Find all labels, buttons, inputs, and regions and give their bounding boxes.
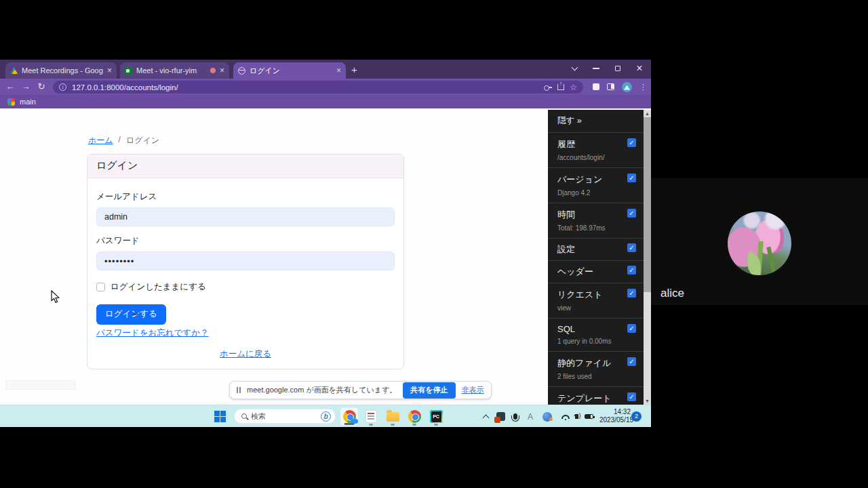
- tab-login-active[interactable]: ログイン ×: [233, 62, 346, 79]
- notepad-icon: [366, 410, 377, 423]
- window-minimize-button[interactable]: [586, 60, 606, 77]
- email-label: メールアドレス: [96, 191, 395, 203]
- debug-hide-button[interactable]: 隠す »: [548, 110, 644, 132]
- panel-checkbox[interactable]: [627, 357, 636, 366]
- page-scrollbar[interactable]: ▲ ▼: [644, 110, 651, 405]
- pause-icon[interactable]: [237, 387, 241, 393]
- django-debug-toolbar: 隠す » 履歴 /accounts/login/ バージョン Django 4.…: [548, 110, 644, 405]
- debug-panel-request[interactable]: リクエスト view: [548, 283, 644, 318]
- screen-share-banner: meet.google.com が画面を共有しています。 共有を停止 非表示: [229, 381, 492, 399]
- remember-label: ログインしたままにする: [111, 281, 206, 293]
- bing-icon: b: [321, 411, 331, 422]
- stop-sharing-button[interactable]: 共有を停止: [403, 382, 455, 399]
- participant-tile[interactable]: alice: [651, 178, 868, 305]
- side-panel-icon[interactable]: [607, 83, 614, 90]
- page-viewport: ホーム / ログイン ログイン メールアドレス admin パスワード ••••…: [0, 108, 651, 405]
- scrollbar-thumb[interactable]: [644, 117, 651, 292]
- taskbar-chrome[interactable]: [406, 407, 423, 426]
- participant-avatar: [728, 211, 791, 275]
- microphone-icon[interactable]: [510, 405, 521, 428]
- speaker-icon[interactable]: [572, 405, 581, 428]
- bookmark-main[interactable]: main: [20, 98, 36, 106]
- clock-time: 14:32: [599, 408, 631, 416]
- panel-checkbox[interactable]: [627, 209, 636, 218]
- tab-close-icon[interactable]: ×: [220, 66, 224, 75]
- panel-checkbox[interactable]: [627, 392, 636, 401]
- profile-avatar[interactable]: [622, 82, 632, 92]
- mouse-cursor: [51, 290, 60, 304]
- password-manager-icon[interactable]: [544, 85, 552, 89]
- address-bar[interactable]: i 127.0.0.1:8000/accounts/login/ ☆: [53, 81, 583, 94]
- tab-meet-recordings[interactable]: Meet Recordings - Google ドライ ×: [5, 62, 117, 79]
- panel-checkbox[interactable]: [627, 243, 636, 252]
- bookmark-star-icon[interactable]: ☆: [570, 83, 577, 92]
- breadcrumb-home-link[interactable]: ホーム: [88, 135, 113, 146]
- chrome-icon: [408, 410, 421, 423]
- tray-overflow-chevron-icon[interactable]: [480, 405, 491, 428]
- back-home-link[interactable]: ホームに戻る: [96, 348, 395, 360]
- debug-panel-templates[interactable]: テンプレート account/login.html: [548, 386, 644, 405]
- globe-icon: [238, 67, 245, 75]
- breadcrumb: ホーム / ログイン: [88, 135, 159, 146]
- scroll-down-icon[interactable]: ▼: [644, 397, 651, 405]
- remember-checkbox[interactable]: [96, 283, 105, 291]
- share-message: meet.google.com が画面を共有しています。: [247, 385, 397, 395]
- extensions-icon[interactable]: [593, 83, 599, 90]
- url-text[interactable]: 127.0.0.1:8000/accounts/login/: [72, 83, 538, 92]
- ime-mode-indicator[interactable]: A: [525, 405, 536, 428]
- folder-icon: [387, 412, 399, 422]
- browser-toolbar: ← → ↻ i 127.0.0.1:8000/accounts/login/ ☆…: [0, 79, 651, 95]
- loading-arc: [131, 308, 140, 315]
- clock-date: 2023/05/15: [599, 416, 631, 424]
- debug-panel-headers[interactable]: ヘッダー: [548, 260, 644, 283]
- search-placeholder: 検索: [251, 411, 317, 422]
- taskbar-search[interactable]: 検索 b: [234, 409, 336, 424]
- panel-checkbox[interactable]: [627, 138, 636, 147]
- tab-close-icon[interactable]: ×: [107, 66, 112, 75]
- drive-icon: [10, 67, 18, 74]
- start-button[interactable]: [214, 411, 226, 422]
- taskbar-notepad[interactable]: [362, 407, 380, 426]
- battery-icon[interactable]: [582, 405, 595, 428]
- taskbar-clock[interactable]: 14:32 2023/05/15: [599, 408, 631, 424]
- back-icon[interactable]: ←: [4, 81, 16, 93]
- tab-search-chevron-icon[interactable]: [564, 60, 585, 77]
- panel-checkbox[interactable]: [627, 324, 636, 333]
- tab-close-icon[interactable]: ×: [336, 66, 341, 75]
- bookmark-favicon: [7, 98, 15, 106]
- scroll-up-icon[interactable]: ▲: [644, 110, 651, 117]
- taskbar-pycharm[interactable]: PC: [427, 407, 445, 426]
- debug-panel-history[interactable]: 履歴 /accounts/login/: [548, 132, 644, 167]
- debug-panel-time[interactable]: 時間 Total: 198.97ms: [548, 203, 644, 238]
- taskbar-explorer[interactable]: [384, 407, 401, 426]
- wifi-icon[interactable]: [560, 405, 571, 428]
- login-button[interactable]: ログインする: [96, 304, 166, 325]
- password-field[interactable]: ••••••••: [96, 251, 395, 270]
- email-field[interactable]: admin: [96, 207, 395, 226]
- weather-orb-icon[interactable]: [540, 405, 554, 428]
- debug-panel-settings[interactable]: 設定: [548, 238, 644, 260]
- hide-banner-link[interactable]: 非表示: [462, 385, 484, 395]
- tab-strip: Meet Recordings - Google ドライ × Meet - vi…: [0, 60, 651, 79]
- tray-app-badge-icon[interactable]: [494, 405, 507, 428]
- debug-panel-static[interactable]: 静的ファイル 2 files used: [548, 351, 644, 386]
- debug-panel-versions[interactable]: バージョン Django 4.2: [548, 167, 644, 203]
- forward-icon[interactable]: →: [20, 81, 32, 93]
- panel-checkbox[interactable]: [627, 289, 636, 298]
- panel-checkbox[interactable]: [627, 266, 636, 274]
- window-restore-button[interactable]: [608, 60, 628, 77]
- panel-checkbox[interactable]: [627, 174, 636, 182]
- menu-kebab-icon[interactable]: ⋮: [639, 83, 647, 92]
- new-tab-button[interactable]: +: [351, 64, 357, 75]
- taskbar-chrome-active[interactable]: [340, 407, 358, 426]
- notification-badge[interactable]: 2: [631, 411, 642, 422]
- debug-panel-sql[interactable]: SQL 1 query in 0.00ms: [548, 318, 644, 351]
- reload-icon[interactable]: ↻: [35, 81, 47, 93]
- window-close-button[interactable]: ×: [629, 60, 650, 77]
- tab-meet-call[interactable]: Meet - vio-rfur-yim ×: [120, 62, 229, 79]
- participant-name: alice: [660, 287, 684, 300]
- screen-share-area: Meet Recordings - Google ドライ × Meet - vi…: [0, 60, 651, 427]
- forgot-password-link[interactable]: パスワードをお忘れですか？: [96, 327, 395, 339]
- share-page-icon[interactable]: [557, 84, 564, 90]
- site-info-icon[interactable]: i: [59, 83, 66, 91]
